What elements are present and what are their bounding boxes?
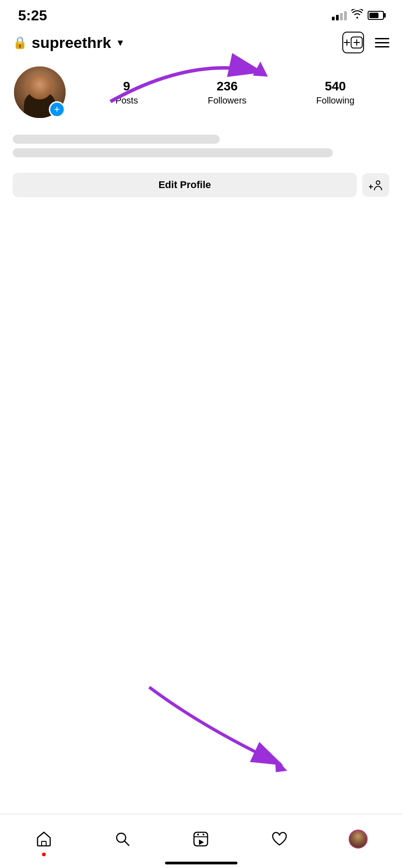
following-stat[interactable]: 540 Following xyxy=(316,79,354,106)
svg-line-11 xyxy=(124,841,129,845)
battery-icon xyxy=(368,11,384,20)
stats-row: 9 Posts 236 Followers 540 Following xyxy=(80,79,389,106)
home-dot xyxy=(42,853,46,856)
following-count: 540 xyxy=(325,79,346,94)
status-bar: 5:25 xyxy=(0,0,402,27)
search-icon xyxy=(114,830,131,848)
lock-icon: 🔒 xyxy=(13,36,27,50)
profile-top: + 9 Posts 236 Followers 540 Following xyxy=(13,65,389,119)
add-story-button[interactable]: + xyxy=(49,101,65,118)
home-icon xyxy=(35,830,52,848)
bottom-arrow xyxy=(113,674,307,778)
nav-profile-image xyxy=(349,830,368,849)
following-label: Following xyxy=(316,95,354,106)
followers-count: 236 xyxy=(217,79,238,94)
posts-count: 9 xyxy=(123,79,130,94)
edit-profile-button[interactable]: Edit Profile xyxy=(13,173,357,197)
bottom-nav xyxy=(0,814,402,868)
followers-stat[interactable]: 236 Followers xyxy=(208,79,246,106)
svg-marker-16 xyxy=(199,840,204,845)
nav-home[interactable] xyxy=(30,826,57,853)
add-post-button[interactable] xyxy=(342,32,364,53)
add-person-button[interactable] xyxy=(362,173,389,197)
status-icons xyxy=(332,9,384,22)
nav-profile[interactable] xyxy=(345,826,372,853)
header-left: 🔒 supreethrk ▾ xyxy=(13,34,123,52)
nav-search[interactable] xyxy=(109,826,136,853)
username-label[interactable]: supreethrk xyxy=(32,34,111,52)
heart-icon xyxy=(271,830,288,848)
reels-icon xyxy=(192,830,209,848)
svg-rect-9 xyxy=(42,841,46,846)
posts-stat[interactable]: 9 Posts xyxy=(115,79,138,106)
wifi-icon xyxy=(351,9,363,22)
header-right xyxy=(342,32,389,53)
profile-section: + 9 Posts 236 Followers 540 Following xyxy=(0,58,402,127)
profile-actions: Edit Profile xyxy=(0,165,402,206)
posts-label: Posts xyxy=(115,95,138,106)
signal-icon xyxy=(332,10,347,20)
followers-label: Followers xyxy=(208,95,246,106)
chevron-down-icon[interactable]: ▾ xyxy=(118,36,123,49)
home-indicator xyxy=(165,862,237,864)
svg-point-15 xyxy=(203,834,204,835)
bio-line-1 xyxy=(13,135,220,144)
nav-activity[interactable] xyxy=(266,826,293,853)
svg-marker-8 xyxy=(275,757,287,772)
status-time: 5:25 xyxy=(18,7,47,24)
bio-section xyxy=(0,127,402,165)
svg-point-14 xyxy=(197,834,199,835)
menu-button[interactable] xyxy=(375,38,389,47)
avatar-wrapper[interactable]: + xyxy=(13,65,67,119)
bio-line-2 xyxy=(13,148,333,157)
header: 🔒 supreethrk ▾ xyxy=(0,27,402,58)
nav-reels[interactable] xyxy=(187,826,214,853)
